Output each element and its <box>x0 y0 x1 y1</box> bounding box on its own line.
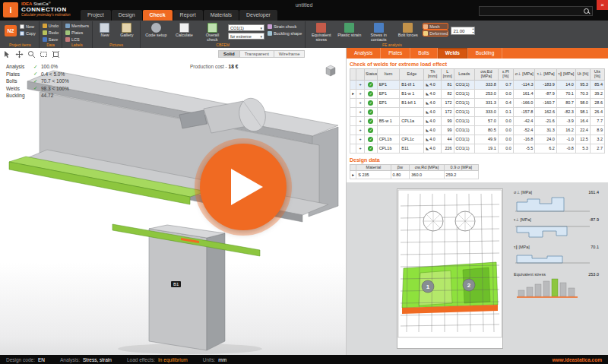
weld-table-row[interactable]: ▸ + ✓ EP1 B1-w 1 ◣4.0 82 CO1(1) 253.0 0.… <box>350 89 605 98</box>
column-header[interactable]: σw,Ed [MPa] <box>474 69 498 81</box>
load-effects-value[interactable]: In equilibrium <box>158 357 188 362</box>
units-value[interactable]: mm <box>218 357 226 362</box>
tab-check[interactable]: Check <box>143 10 173 21</box>
row-selection-marker <box>350 144 356 153</box>
column-header[interactable]: τ⊥ [MPa] <box>535 69 557 81</box>
bolt-forces-button[interactable]: Bolt forces <box>395 22 420 42</box>
weld-table-row[interactable]: + ✓ B5-w 1 CPL1a ◣4.0 99 CO1(1) 57.0 0.0… <box>350 116 605 125</box>
copy-item-button[interactable]: Copy <box>20 30 36 36</box>
column-header[interactable]: Th [mm] <box>424 69 442 81</box>
column-header[interactable]: Edge <box>400 69 424 81</box>
tab-bolts[interactable]: Bolts <box>410 48 437 59</box>
play-overlay-button[interactable] <box>200 144 287 230</box>
select-arrow-icon[interactable] <box>2 49 12 59</box>
view-mode-transparent[interactable]: Transparent <box>239 50 274 58</box>
calculate-button[interactable]: Calculate <box>172 22 197 42</box>
strain-check-toggle[interactable]: Strain check <box>268 24 302 29</box>
expand-row-button[interactable]: + <box>356 144 365 153</box>
column-header[interactable]: Loads <box>454 69 474 81</box>
column-header[interactable]: ε.Pl [%] <box>498 69 513 81</box>
labels-members-toggle[interactable]: Members <box>65 24 89 29</box>
equivalent-stress-button[interactable]: Equivalent stress <box>309 22 334 42</box>
tab-developer[interactable]: Developer <box>239 10 277 21</box>
new-item-button[interactable]: New <box>20 24 36 29</box>
weld-table-row[interactable]: + ✓ CPL1b CPL1c ◣4.0 44 CO1(1) 49.9 0.0 … <box>350 135 605 144</box>
tab-project[interactable]: Project <box>81 10 111 21</box>
viewport-3d[interactable]: Solid Transparent Wireframe Analysis ✓ 1… <box>0 48 346 355</box>
tab-plates[interactable]: Plates <box>381 48 410 59</box>
analysis-type-value[interactable]: Stress, strain <box>83 357 112 362</box>
weld-table-row[interactable]: + ✓ CPL1b B11 ◣4.0 226 CO1(1) 19.1 0.0 -… <box>350 144 605 153</box>
tab-design[interactable]: Design <box>112 10 142 21</box>
load-combination-select[interactable]: CO1(1)▾ <box>228 24 264 31</box>
column-header[interactable]: L [mm] <box>441 69 454 81</box>
expand-row-button[interactable]: + <box>356 116 365 125</box>
utilization-cell: 70.3 <box>575 89 590 98</box>
picture-gallery-button[interactable]: Gallery <box>117 22 137 42</box>
deformation-scale-stepper[interactable]: 21.00 ▴▾ <box>451 27 475 35</box>
column-header[interactable] <box>356 69 365 81</box>
code-setup-button[interactable]: Code setup <box>144 22 169 42</box>
weld-table-row[interactable]: + ✓ EP1 B1-tfl 1 ◣4.0 81 CO1(1) 333.8 0.… <box>350 80 605 89</box>
weld-mesh-view[interactable]: 1 2 <box>397 188 503 349</box>
expand-row-button[interactable]: + <box>356 107 365 116</box>
labels-plates-toggle[interactable]: Plates <box>65 30 89 36</box>
expand-row-button[interactable]: + <box>356 80 365 89</box>
weld-table-row[interactable]: + ✓ ◣4.0 99 CO1(1) 80.5 0.0 -52.4 31.3 1… <box>350 125 605 135</box>
column-header[interactable]: Item <box>377 69 400 81</box>
column-header[interactable] <box>350 164 356 171</box>
column-header[interactable]: Material <box>356 164 391 171</box>
column-header[interactable]: Uts [%] <box>590 69 604 81</box>
column-header[interactable] <box>350 69 356 81</box>
connection-badge[interactable]: N2 <box>5 25 17 36</box>
expand-row-button[interactable]: + <box>356 98 365 107</box>
design-code-value[interactable]: EN <box>38 357 45 362</box>
zoom-icon[interactable] <box>27 49 36 59</box>
labels-lcs-toggle[interactable]: LCS <box>65 36 89 42</box>
redo-button[interactable]: Redo <box>43 30 59 36</box>
design-data-row[interactable]: ▸ S 235 0.80 360.0 259.2 <box>350 171 479 179</box>
design-data-table: Materialβwσw,Rd [MPa]0.9 σ [MPa] ▸ S 235… <box>350 164 479 180</box>
group-label-cbfem: CBFEM <box>141 43 305 47</box>
weld-table-row[interactable]: + ✓ ◣4.0 172 CO1(1) 333.0 0.1 -157.8 162… <box>350 107 605 116</box>
arrow-down-icon[interactable]: ▾ <box>472 31 473 34</box>
column-header[interactable]: 0.9 σ [MPa] <box>444 164 478 171</box>
edge-cell: B11 <box>400 144 424 153</box>
expand-row-button[interactable]: + <box>356 135 365 144</box>
column-header[interactable]: σ⊥ [MPa] <box>513 69 535 81</box>
view-mode-wireframe[interactable]: Wireframe <box>274 50 306 58</box>
column-header[interactable]: τ∥ [MPa] <box>556 69 575 81</box>
plastic-strain-cell: 0.0 <box>498 135 513 144</box>
buckling-shape-toggle[interactable]: Buckling shape <box>268 30 302 36</box>
website-link[interactable]: www.ideastatica.com <box>552 357 602 362</box>
undo-button[interactable]: Undo <box>43 24 59 29</box>
extreme-filter-select[interactable]: for extreme▾ <box>228 33 264 40</box>
zoom-window-icon[interactable] <box>39 49 49 59</box>
expand-row-button[interactable]: + <box>356 89 365 98</box>
column-header[interactable]: βw <box>391 164 410 171</box>
column-header[interactable]: Status <box>365 69 378 81</box>
orientation-cube-icon[interactable] <box>323 63 338 81</box>
deformed-toggle[interactable]: Deformed <box>423 30 448 36</box>
close-button[interactable]: × <box>597 0 608 10</box>
view-mode-solid[interactable]: Solid <box>218 50 240 58</box>
expand-row-button[interactable]: + <box>356 125 365 135</box>
mesh-toggle[interactable]: Mesh <box>423 24 448 29</box>
column-header[interactable]: Ut [%] <box>575 69 590 81</box>
tab-report[interactable]: Report <box>173 10 203 21</box>
picture-new-button[interactable]: New <box>96 22 114 42</box>
column-header[interactable]: σw,Rd [MPa] <box>410 164 444 171</box>
fit-view-icon[interactable] <box>51 49 61 59</box>
tab-welds[interactable]: Welds <box>438 48 468 59</box>
stress-in-contacts-button[interactable]: Stress in contacts <box>365 22 392 42</box>
save-button[interactable]: Save <box>43 36 59 42</box>
search-input[interactable] <box>479 6 593 16</box>
tab-materials[interactable]: Materials <box>204 10 239 21</box>
plastic-strain-button[interactable]: Plastic strain <box>337 22 362 42</box>
tab-analysis[interactable]: Analysis <box>347 48 381 59</box>
stepper-arrows[interactable]: ▴▾ <box>472 27 473 34</box>
tab-buckling[interactable]: Buckling <box>468 48 503 59</box>
weld-table-row[interactable]: + ✓ EP1 B1-bfl 1 ◣4.0 172 CO1(1) 331.3 0… <box>350 98 605 107</box>
overall-check-button[interactable]: Overall check <box>200 22 225 42</box>
pan-icon[interactable] <box>14 49 24 59</box>
